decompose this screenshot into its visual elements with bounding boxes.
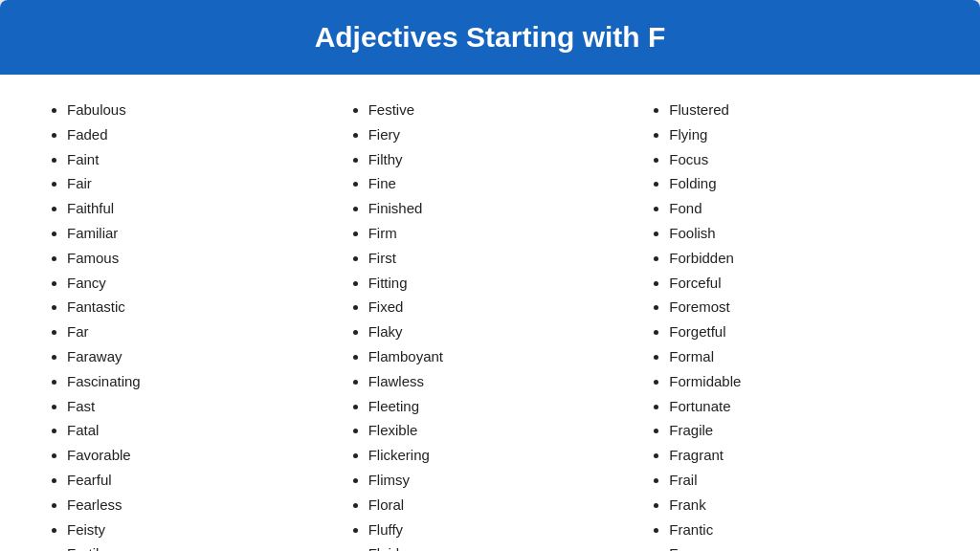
list-item: Flimsy (368, 468, 632, 493)
list-item: Foremost (669, 295, 932, 320)
list-item: Fluffy (368, 518, 632, 542)
list-item: Finished (368, 196, 632, 221)
list-item: Fabulous (67, 98, 330, 122)
list-item: Flexible (368, 418, 632, 443)
list-item: Flustered (669, 98, 932, 122)
list-item: Floral (368, 493, 632, 518)
list-item: Festive (368, 98, 632, 122)
list-item: Faded (67, 122, 330, 147)
list-item: Focus (669, 147, 932, 172)
list-item: Fascinating (67, 369, 330, 394)
list-item: Fair (67, 171, 330, 196)
list-item: Frank (669, 493, 932, 518)
list-item: Fast (67, 394, 330, 419)
list-item: Forbidden (669, 246, 932, 271)
list-item: Forgetful (669, 320, 932, 344)
list-item: Frantic (669, 518, 932, 542)
list-item: Famous (67, 246, 330, 271)
word-list-1: FabulousFadedFaintFairFaithfulFamiliarFa… (48, 98, 330, 551)
list-item: Fixed (368, 295, 632, 320)
list-item: Fond (669, 196, 932, 221)
list-item: Flaky (368, 320, 632, 344)
list-item: Fearless (67, 493, 330, 518)
list-item: Feisty (67, 518, 330, 542)
list-item: Fleeting (368, 394, 632, 419)
list-item: Fragile (669, 418, 932, 443)
list-item: Fragrant (669, 443, 932, 468)
list-item: Folding (669, 171, 932, 196)
list-item: Fantastic (67, 295, 330, 320)
list-item: Fitting (368, 271, 632, 296)
list-item: Foolish (669, 221, 932, 246)
word-list-3: FlusteredFlyingFocusFoldingFondFoolishFo… (650, 98, 932, 551)
list-item: Firm (368, 221, 632, 246)
list-item: Faint (67, 147, 330, 172)
list-item: Fancy (67, 271, 330, 296)
list-item: First (368, 246, 632, 271)
list-item: Familiar (67, 221, 330, 246)
list-item: Fearful (67, 468, 330, 493)
list-item: Flying (669, 122, 932, 147)
list-item: Faithful (67, 196, 330, 221)
list-item: Filthy (368, 147, 632, 172)
list-item: Flawless (368, 369, 632, 394)
list-item: Flamboyant (368, 344, 632, 369)
list-item: Favorable (67, 443, 330, 468)
list-item: Fine (368, 171, 632, 196)
columns-container: FabulousFadedFaintFairFaithfulFamiliarFa… (38, 98, 942, 551)
list-item: Fatal (67, 418, 330, 443)
page-title: Adjectives Starting with F (0, 21, 980, 54)
column-2: FestiveFieryFilthyFineFinishedFirmFirstF… (340, 98, 641, 551)
list-item: Fertile (67, 541, 330, 551)
list-item: Far (67, 320, 330, 344)
header: Adjectives Starting with F (0, 0, 980, 75)
list-item: Fortunate (669, 394, 932, 419)
column-3: FlusteredFlyingFocusFoldingFondFoolishFo… (640, 98, 942, 551)
list-item: Free (669, 541, 932, 551)
list-item: Forceful (669, 271, 932, 296)
column-1: FabulousFadedFaintFairFaithfulFamiliarFa… (38, 98, 340, 551)
content-area: FabulousFadedFaintFairFaithfulFamiliarFa… (0, 75, 980, 551)
list-item: Fiery (368, 122, 632, 147)
list-item: Frail (669, 468, 932, 493)
list-item: Fluid (368, 541, 632, 551)
word-list-2: FestiveFieryFilthyFineFinishedFirmFirstF… (349, 98, 632, 551)
list-item: Flickering (368, 443, 632, 468)
list-item: Formal (669, 344, 932, 369)
list-item: Faraway (67, 344, 330, 369)
list-item: Formidable (669, 369, 932, 394)
main-card: Adjectives Starting with F FabulousFaded… (0, 0, 980, 551)
